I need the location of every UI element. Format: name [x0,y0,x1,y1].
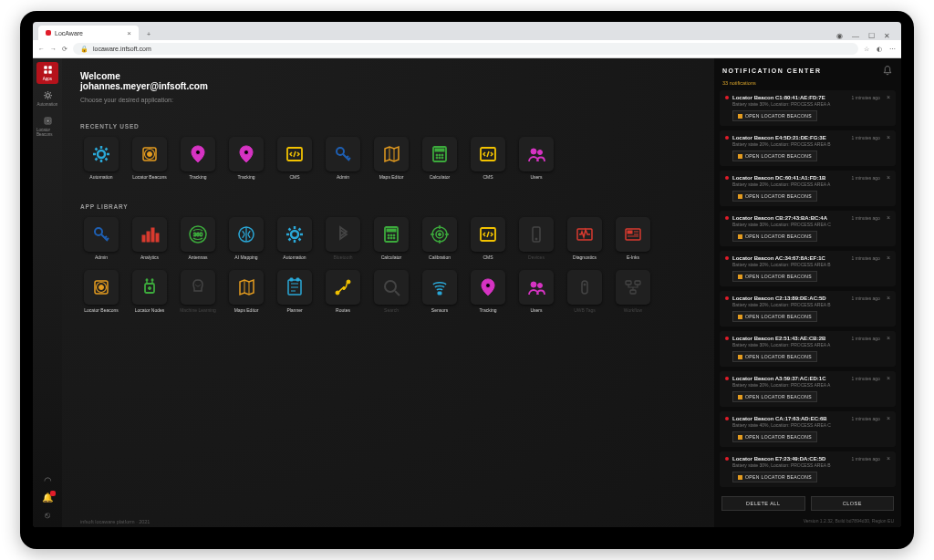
recent-tile-maps-editor[interactable]: Maps Editor [370,137,412,183]
library-tile-uwb-tags[interactable]: UWB Tags [564,270,606,316]
forward-icon[interactable]: → [50,46,57,53]
recent-tile-tracking[interactable]: Tracking [225,137,267,183]
dismiss-icon[interactable]: × [887,135,890,140]
library-tile-routes[interactable]: Routes [322,270,364,316]
beacon-icon [738,275,742,279]
delete-all-button[interactable]: DELETE ALL [721,496,805,511]
library-tile-e-inks[interactable]: E-Inks [612,217,654,264]
status-dot-icon [725,216,729,220]
svg-rect-52 [628,231,632,233]
library-tile-locator-beacons[interactable]: Locator Beacons [80,270,122,316]
tile-label: Users [530,174,542,183]
recent-tile-calculator[interactable]: Calculator [419,137,461,183]
sidebar-item-automation[interactable]: Automation [36,88,58,109]
recent-tile-automation[interactable]: Automation [80,137,122,183]
notification-item-title: Locator Beacon C1:80:41:AE:FD:7E [732,95,847,100]
library-tile-locator-nodes[interactable]: Locator Nodes [129,270,171,316]
dismiss-icon[interactable]: × [887,336,890,340]
menu-icon[interactable]: ⋯ [889,46,896,53]
close-window-icon[interactable]: ✕ [884,32,890,40]
sensor-icon [422,270,457,305]
library-tile-calibration[interactable]: Calibration [419,217,461,264]
diag-icon [567,217,602,252]
svg-rect-3 [48,71,51,74]
library-tile-bluetooth[interactable]: Bluetooth [322,217,364,264]
notification-item-title: Locator Beacon AC:34:67:8A:EF:1C [732,255,847,261]
open-locator-beacons-button[interactable]: OPEN LOCATOR BEACONS [732,150,817,161]
recent-tile-locator-beacons[interactable]: Locator Beacons [129,137,171,183]
account-icon[interactable]: ◉ [836,32,843,40]
dismiss-icon[interactable]: × [887,255,890,260]
profile-icon[interactable]: ◐ [877,46,882,53]
dismiss-icon[interactable]: × [887,376,890,380]
library-tile-automation[interactable]: Automation [274,217,316,264]
cms-icon [471,217,505,252]
open-locator-beacons-button[interactable]: OPEN LOCATOR BEACONS [732,472,817,482]
library-tile-antennas[interactable]: 360 Antennas [177,217,219,264]
bell-icon[interactable]: 🔔 [42,493,53,503]
recent-tile-users[interactable]: Users [515,137,557,183]
library-tile-workflow[interactable]: Workflow [612,270,654,316]
headset-icon[interactable]: ◠ [44,475,52,485]
notification-item-title: Locator Beacon DC:60:41:A1:FD:1B [732,175,847,181]
open-locator-beacons-button[interactable]: OPEN LOCATOR BEACONS [732,351,817,362]
dismiss-icon[interactable]: × [887,296,890,300]
maximize-icon[interactable]: ☐ [868,32,875,40]
library-tile-maps-editor[interactable]: Maps Editor [225,270,267,316]
open-locator-beacons-button[interactable]: OPEN LOCATOR BEACONS [732,110,817,121]
tile-label: Maps Editor [234,307,259,316]
minimize-icon[interactable]: — [852,32,859,40]
library-tile-sensors[interactable]: Sensors [419,270,461,316]
sidebar-item-locator-beacons[interactable]: Locator Beacons [36,113,58,140]
dismiss-icon[interactable]: × [887,95,890,99]
library-tile-cms[interactable]: CMS [467,217,509,264]
dismiss-icon[interactable]: × [887,456,890,461]
svg-point-21 [436,157,438,159]
users-icon [519,270,554,305]
calib-icon [422,217,457,252]
open-locator-beacons-button[interactable]: OPEN LOCATOR BEACONS [732,191,817,202]
recent-tile-cms[interactable]: CMS [274,137,316,183]
pin-icon [229,137,264,171]
svg-point-19 [439,154,441,156]
status-dot-icon [725,256,729,260]
recent-tile-admin[interactable]: Admin [322,137,364,183]
sidebar-bottom: ◠ 🔔 ⎋ [42,475,53,527]
back-icon[interactable]: ← [38,46,45,53]
dismiss-icon[interactable]: × [887,175,890,180]
notification-item-title: Locator Beacon CB:27:43:BA:BC:4A [732,215,847,221]
library-tile-diagnostics[interactable]: Diagnostics [564,217,606,264]
open-locator-beacons-button[interactable]: OPEN LOCATOR BEACONS [732,271,817,282]
close-button[interactable]: CLOSE [811,496,895,511]
device-icon [519,217,554,252]
sidebar-item-apps[interactable]: Apps [36,62,58,84]
open-locator-beacons-button[interactable]: OPEN LOCATOR BEACONS [732,391,817,402]
dismiss-icon[interactable]: × [887,416,890,420]
library-tile-tracking[interactable]: Tracking [467,270,509,316]
new-tab-button[interactable]: + [142,27,155,40]
dismiss-icon[interactable]: × [887,215,890,220]
library-tile-analytics[interactable]: Analytics [129,217,171,264]
library-tile-ai-mapping[interactable]: AI Mapping [225,217,267,264]
logout-icon[interactable]: ⎋ [45,510,50,520]
tab-close-icon[interactable]: × [127,29,131,37]
tile-label: AI Mapping [234,254,257,264]
reload-icon[interactable]: ⟳ [62,46,67,53]
library-tile-machine-learning[interactable]: Machine Learning [177,270,219,316]
open-locator-beacons-button[interactable]: OPEN LOCATOR BEACONS [732,231,817,242]
open-locator-beacons-button[interactable]: OPEN LOCATOR BEACONS [732,311,817,322]
library-tile-users[interactable]: Users [515,270,557,316]
recent-tile-cms[interactable]: CMS [467,137,509,183]
url-input[interactable]: 🔒 locaware.infsoft.com [73,43,858,55]
library-tile-calculator[interactable]: Calculator [370,217,412,264]
notification-subtitle: Battery state 20%, Location: PROCESS ARE… [732,181,890,187]
library-tile-admin[interactable]: Admin [80,217,122,264]
open-locator-beacons-button[interactable]: OPEN LOCATOR BEACONS [732,431,817,442]
favorite-icon[interactable]: ☆ [864,46,869,53]
library-tile-planner[interactable]: Planner [274,270,316,316]
pin-icon [181,137,215,171]
library-tile-devices[interactable]: Devices [515,217,557,264]
browser-tab[interactable]: LocAware × [38,26,139,40]
library-tile-search[interactable]: Search [370,270,412,316]
recent-tile-tracking[interactable]: Tracking [177,137,219,183]
